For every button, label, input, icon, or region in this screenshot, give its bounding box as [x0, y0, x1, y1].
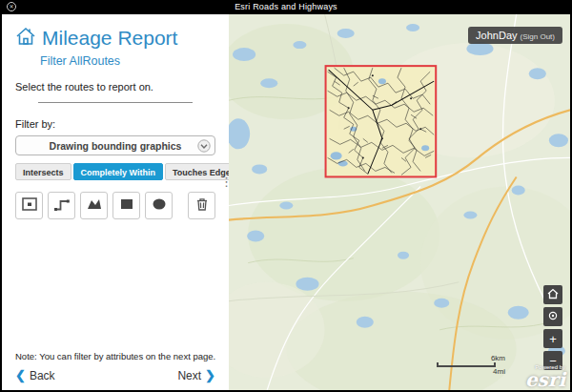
locate-icon: [547, 310, 559, 323]
rectangle-tool-button[interactable]: [112, 192, 140, 219]
extent-select-tool-button[interactable]: [15, 192, 43, 219]
app-window: ✕ Esri Roads and Highways Mileage Report…: [0, 0, 572, 392]
tab-completely-within[interactable]: Completely Within: [73, 163, 163, 180]
esri-attribution: Powered by esri: [525, 364, 565, 389]
extent-select-icon: [21, 196, 38, 216]
scale-km-label: 6km: [437, 354, 505, 362]
instruction-text: Select the routes to report on.: [15, 81, 215, 93]
home-app-icon: [15, 26, 36, 51]
circle-icon: [151, 196, 168, 216]
locate-button[interactable]: [543, 307, 562, 326]
filter-method-dropdown[interactable]: Drawing bounding graphics: [15, 135, 215, 155]
divider: [38, 102, 193, 103]
rectangle-icon: [118, 196, 135, 216]
next-button[interactable]: Next ❯: [177, 368, 215, 382]
panel-drag-handle-icon[interactable]: ⋮: [220, 175, 233, 188]
polyline-tool-button[interactable]: [48, 192, 75, 219]
chevron-right-icon: ❯: [205, 368, 215, 382]
dropdown-selected-value: Drawing bounding graphics: [16, 140, 214, 152]
scale-mi-label: 4mi: [437, 367, 505, 376]
tab-intersects[interactable]: Intersects: [15, 163, 72, 180]
window-title: Esri Roads and Highways: [0, 2, 572, 11]
chevron-down-icon: [197, 139, 211, 153]
chevron-left-icon: ❮: [15, 368, 26, 382]
basemap: [229, 14, 570, 390]
polygon-tool-button[interactable]: [80, 192, 108, 219]
map-controls: + −: [543, 285, 562, 370]
titlebar: ✕ Esri Roads and Highways: [0, 0, 572, 14]
back-label: Back: [30, 369, 55, 382]
back-button[interactable]: ❮ Back: [15, 368, 55, 382]
filter-allroutes-link[interactable]: Filter AllRoutes: [40, 54, 215, 68]
tab-touches-edge[interactable]: Touches Edge: [165, 163, 229, 180]
user-name: JohnDay: [476, 30, 517, 41]
polygon-icon: [86, 196, 103, 216]
esri-logo-text: esri: [525, 370, 565, 389]
clear-graphics-button[interactable]: [188, 192, 215, 219]
home-extent-button[interactable]: [543, 285, 562, 304]
zoom-in-button[interactable]: +: [543, 329, 562, 348]
panel-footer: ❮ Back Next ❯: [15, 368, 215, 382]
note-text: Note: You can filter by attributes on th…: [15, 351, 215, 361]
scalebar: 6km 4mi: [437, 354, 505, 376]
sign-out-label: (Sign Out): [521, 32, 555, 41]
filter-by-label: Filter by:: [15, 118, 215, 130]
polyline-icon: [53, 196, 71, 216]
plus-icon: +: [549, 333, 557, 345]
home-icon: [547, 288, 559, 301]
user-signout-button[interactable]: JohnDay (Sign Out): [468, 27, 562, 44]
circle-tool-button[interactable]: [145, 192, 173, 219]
bounding-graphic[interactable]: [326, 66, 437, 176]
draw-toolbar: [15, 192, 215, 219]
trash-icon: [194, 196, 211, 216]
next-label: Next: [177, 369, 201, 382]
spatial-relation-tabs: Intersects Completely Within Touches Edg…: [15, 163, 215, 180]
mileage-report-panel: Mileage Report Filter AllRoutes Select t…: [2, 14, 229, 390]
page-title: Mileage Report: [42, 27, 177, 50]
map-canvas[interactable]: JohnDay (Sign Out) + − 6km 4mi Powered: [229, 14, 570, 390]
